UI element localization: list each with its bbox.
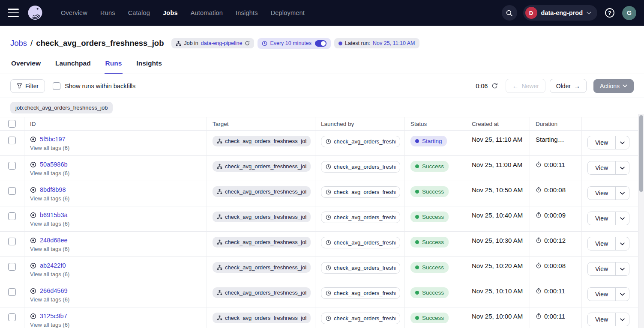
view-dropdown-button[interactable] [615,187,629,200]
target-tag[interactable]: check_avg_orders_freshness_job [213,262,311,273]
view-all-tags-link[interactable]: View all tags (6) [30,221,69,227]
view-all-tags-link[interactable]: View all tags (6) [30,271,69,277]
view-dropdown-button[interactable] [615,237,629,250]
created-at: Nov 25, 10:10 AM [466,282,530,307]
run-id-link[interactable]: 248d68ee [40,237,68,244]
latest-run-link[interactable]: Nov 25, 11:10 AM [373,40,415,46]
job-filter-tag[interactable]: job:check_avg_orders_freshness_job [10,102,113,113]
row-checkbox[interactable] [8,288,16,296]
target-tag[interactable]: check_avg_orders_freshness_job [213,186,311,197]
run-id-link[interactable]: 3125c9b7 [40,313,67,319]
schedule-toggle[interactable] [315,40,326,47]
row-checkbox[interactable] [8,263,16,271]
tab-launchpad[interactable]: Launchpad [54,56,92,74]
target-tag[interactable]: check_avg_orders_freshness_job [213,161,311,172]
repo-link[interactable]: data-eng-pipeline [201,40,243,46]
launched-by-tag[interactable]: check_avg_orders_freshn… [321,313,400,324]
view-button[interactable]: View [588,313,615,326]
row-checkbox[interactable] [8,137,16,144]
scrollbar-thumb[interactable] [639,115,643,192]
run-id-link[interactable]: 50a5986b [40,161,68,168]
target-tag[interactable]: check_avg_orders_freshness_job [213,212,311,222]
dagster-logo[interactable] [27,4,44,21]
row-checkbox[interactable] [8,212,16,220]
target-tag[interactable]: check_avg_orders_freshness_job [213,313,311,323]
run-id-link[interactable]: 5f5bc197 [40,136,66,143]
view-all-tags-link[interactable]: View all tags (6) [30,246,69,252]
launched-by-tag[interactable]: check_avg_orders_freshn… [321,186,400,198]
help-button[interactable]: ? [603,6,616,19]
view-all-tags-link[interactable]: View all tags (6) [30,322,69,328]
nav-item-deployment[interactable]: Deployment [271,9,305,16]
launched-by-tag[interactable]: check_avg_orders_freshn… [321,262,400,274]
row-checkbox[interactable] [8,238,16,245]
view-dropdown-button[interactable] [615,136,629,149]
stopwatch-icon [536,237,542,243]
view-button[interactable]: View [588,212,615,225]
target-tag[interactable]: check_avg_orders_freshness_job [213,237,311,247]
view-dropdown-button[interactable] [615,212,629,225]
backfills-checkbox[interactable] [53,82,60,90]
view-button[interactable]: View [588,237,615,250]
tab-overview[interactable]: Overview [10,56,42,74]
table-row: 248d68ee View all tags (6) check_avg_ord… [0,232,638,257]
nav-item-runs[interactable]: Runs [100,9,115,16]
table-header-row: ID Target Launched by Status Created at … [0,117,638,131]
nav-item-jobs[interactable]: Jobs [163,9,178,16]
view-all-tags-link[interactable]: View all tags (6) [30,145,69,151]
target-tag[interactable]: check_avg_orders_freshness_job [213,287,311,298]
workspace-switcher[interactable]: D data-eng-prod [523,5,597,21]
launched-by-tag[interactable]: check_avg_orders_freshn… [321,161,400,173]
launched-by-tag[interactable]: check_avg_orders_freshn… [321,212,400,223]
hamburger-menu-icon[interactable] [8,9,19,17]
select-all-checkbox[interactable] [8,120,16,128]
view-all-tags-link[interactable]: View all tags (6) [30,195,69,202]
search-icon [506,9,513,17]
launched-by-tag[interactable]: check_avg_orders_freshn… [321,136,400,147]
reload-repo-icon[interactable] [245,41,250,46]
breadcrumb-jobs-link[interactable]: Jobs [10,39,27,48]
view-button[interactable]: View [588,288,615,301]
run-id-link[interactable]: 266d4569 [40,287,68,294]
view-all-tags-link[interactable]: View all tags (6) [30,170,69,176]
view-button[interactable]: View [588,136,615,149]
actions-button[interactable]: Actions [593,79,634,93]
vertical-scrollbar[interactable] [638,114,644,328]
view-all-tags-link[interactable]: View all tags (6) [30,296,69,303]
search-button[interactable] [502,5,517,21]
view-dropdown-button[interactable] [615,288,629,301]
status-badge: Success [410,287,449,298]
view-dropdown-button[interactable] [615,161,629,174]
view-dropdown-button[interactable] [615,313,629,326]
filter-button[interactable]: Filter [10,79,45,93]
run-id-link[interactable]: ab2422f0 [40,262,66,269]
row-checkbox[interactable] [8,162,16,170]
nav-item-catalog[interactable]: Catalog [128,9,150,16]
view-button[interactable]: View [588,161,615,174]
clock-icon [326,189,331,195]
older-button[interactable]: Older → [550,79,587,93]
view-button[interactable]: View [588,187,615,200]
tab-insights[interactable]: Insights [135,56,162,74]
user-avatar[interactable]: G [622,6,636,20]
tab-runs[interactable]: Runs [105,56,123,74]
refresh-button[interactable] [491,83,498,89]
view-dropdown-button[interactable] [615,262,629,275]
run-id-link[interactable]: b6915b3a [40,212,68,218]
target-tag[interactable]: check_avg_orders_freshness_job [213,136,311,146]
launched-by-tag[interactable]: check_avg_orders_freshn… [321,237,400,248]
stopwatch-icon [536,212,542,218]
column-header-target: Target [207,117,315,131]
newer-button[interactable]: ← Newer [506,79,545,93]
launched-by-tag[interactable]: check_avg_orders_freshn… [321,287,400,299]
nav-item-automation[interactable]: Automation [191,9,223,16]
table-row: ab2422f0 View all tags (6) check_avg_ord… [0,257,638,282]
row-checkbox[interactable] [8,187,16,195]
row-checkbox[interactable] [8,313,16,321]
svg-text:?: ? [608,10,611,16]
view-button[interactable]: View [588,262,615,275]
run-id-link[interactable]: 8bdf8b98 [40,186,66,193]
nav-item-insights[interactable]: Insights [236,9,258,16]
nav-item-overview[interactable]: Overview [61,9,87,16]
table-row: 50a5986b View all tags (6) check_avg_ord… [0,156,638,181]
